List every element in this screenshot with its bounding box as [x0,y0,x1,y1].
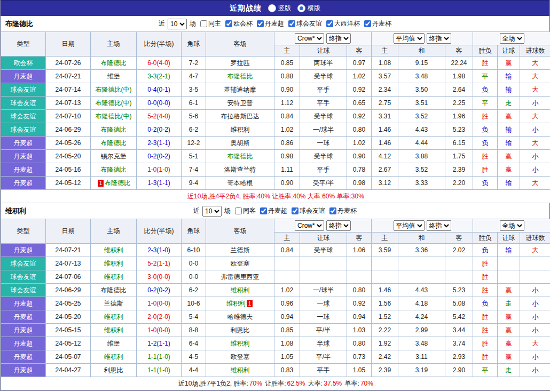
match-date: 24-07-26 [46,57,91,70]
layout-radio-vertical[interactable]: 竖版 [268,4,291,13]
team-section-2: 维积利近10场同客丹麦超球会友谊丹麦杯类型日期主场比分(半场)角球客场Crow*… [1,203,549,390]
avg-away-odds: 2.39 [445,163,473,177]
same-venue-checkbox-input[interactable] [200,20,207,27]
away-team-link[interactable]: 哈维德夫 [227,313,253,321]
league-badge: 球会友谊 [1,270,46,284]
scope-select[interactable]: 全场 [500,33,524,44]
away-team-link[interactable]: 奥胡斯 [231,139,250,147]
home-team-link[interactable]: 布隆德比(中) [96,86,132,93]
home-team-link[interactable]: 维积利 [104,246,123,254]
bookmaker-select[interactable]: Crow* [295,33,324,44]
league-filter-checkbox[interactable]: 球会友谊 [292,206,325,215]
home-team-link[interactable]: 布隆德比(中) [96,99,132,107]
asian-home-odds: 0.90 [274,177,300,190]
home-team-link[interactable]: 布隆德比 [101,59,127,67]
scope-select[interactable]: 全场 [500,220,524,231]
away-team-link[interactable]: 欧登塞 [231,260,250,267]
avg-draw-odds: 3.36 [398,244,445,257]
home-team-link[interactable]: 布隆德比(中) [96,113,132,120]
corner-score: 12-2 [182,137,206,150]
home-team-link[interactable]: 维积利 [104,313,123,321]
away-team-link[interactable]: 布拉格斯巴达 [221,113,260,120]
sub-column-header: 进球数 [520,45,550,57]
home-team-cell: 布隆德比(中) [91,83,137,97]
away-team-link[interactable]: 布隆德比 [227,73,253,80]
home-team-link[interactable]: 维积利 [104,273,123,281]
same-venue-checkbox-input[interactable] [235,207,242,214]
average-odds-select[interactable]: 平均值 [394,33,425,44]
layout-radio-horizontal[interactable]: 横版 [297,4,320,13]
home-team-link[interactable]: 维积利 [104,326,123,334]
league-filter-checkbox-input[interactable] [260,207,267,214]
league-filter-checkbox[interactable]: 丹麦杯 [329,206,357,215]
match-count-select[interactable]: 10 [202,206,222,217]
home-team-link[interactable]: 兰德斯 [104,300,123,307]
home-team-link[interactable]: 维积利 [104,260,123,267]
match-row: 球会友谊24-07-10布隆德比(中)5-2(4-0)5-6布拉格斯巴达0.84… [1,110,550,123]
away-team-link[interactable]: 欧登塞 [231,353,250,361]
col-date-header: 日期 [46,32,91,57]
same-venue-checkbox[interactable]: 同主 [200,19,221,28]
away-team-link[interactable]: 维积利 [226,300,246,307]
avg-away-odds: 1.96 [445,110,473,123]
league-filter-checkbox[interactable]: 丹麦超 [260,206,287,215]
result-goals: 小 [520,284,550,297]
home-team-link[interactable]: 利恩比 [104,366,123,374]
league-filter-checkbox-input[interactable] [364,20,371,27]
match-count-select[interactable]: 10 [168,19,187,29]
away-team-cell: 奥胡斯 [206,137,274,150]
league-filter-checkbox[interactable]: 大西洋杯 [326,19,360,28]
away-team-link[interactable]: 罗拉匹 [231,59,250,67]
score: 3-0(0-0) [137,270,182,284]
away-team-link[interactable]: 布隆德比 [227,153,253,160]
away-team-link[interactable]: 安特卫普 [227,99,253,107]
league-filter-checkbox-input[interactable] [257,20,264,27]
match-date: 24-05-12 [46,337,91,350]
europe-odds-time-select[interactable]: 终指 [427,220,451,231]
bookmaker-select[interactable]: Crow* [295,220,324,231]
match-row: 丹麦超24-05-16布隆德比1-0(1-0)7-4洛斯查兰特1.11平手0.7… [1,163,550,177]
sub-column-header: 主 [274,45,300,57]
away-team-link[interactable]: 洛斯查兰特 [224,166,256,173]
home-team-link[interactable]: 布隆德比 [101,139,127,147]
asian-odds-time-select[interactable]: 终指 [326,33,351,44]
league-filter-checkbox[interactable]: 欧会杯 [225,19,253,28]
away-team-link[interactable]: 维积利 [231,126,250,133]
home-team-link[interactable]: 锡尔克堡 [101,153,127,160]
avg-draw-odds: 3.11 [398,350,445,364]
away-team-link[interactable]: 弗雷德里西亚 [221,273,260,281]
avg-draw-odds: 3.33 [398,177,445,190]
away-team-link[interactable]: 维积利 [231,286,250,294]
home-team-link[interactable]: 布隆德比 [101,166,127,173]
league-filter-checkbox-input[interactable] [292,207,298,214]
home-team-link[interactable]: 维积利 [104,353,123,361]
result-group-header: 全场 [473,219,550,233]
away-team-link[interactable]: 维积利 [231,366,250,374]
asian-odds-time-select[interactable]: 终指 [326,220,351,231]
league-filter-checkbox-input[interactable] [329,207,336,214]
away-team-link[interactable]: 哥本哈根 [227,179,253,187]
away-team-link[interactable]: 利恩比 [231,326,250,334]
team-name: 维积利 [5,206,26,216]
result-handicap: 赢 [498,163,520,177]
home-team-link[interactable]: 维堡 [107,73,120,80]
home-team-link[interactable]: 维堡 [107,340,120,347]
match-row: 丹麦超24-05-25兰德斯1-0(0-0)10-6维积利10.96一球0.92… [1,297,550,310]
home-team-cell: 布隆德比 [91,137,137,150]
home-team-link[interactable]: 布隆德比 [105,179,130,187]
away-team-link[interactable]: 维积利 [231,340,250,347]
league-filter-checkbox[interactable]: 丹麦超 [257,19,284,28]
away-team-link[interactable]: 基辅迪纳摩 [224,86,256,93]
same-venue-checkbox[interactable]: 同客 [235,206,256,215]
league-filter-checkbox-input[interactable] [225,20,232,27]
away-team-link[interactable]: 兰德斯 [231,246,250,254]
europe-odds-time-select[interactable]: 终指 [427,33,451,44]
result-wdl: 胜 [473,150,498,163]
home-team-link[interactable]: 布隆德比 [101,286,127,294]
home-team-link[interactable]: 布隆德比 [101,126,127,133]
league-filter-checkbox-input[interactable] [288,20,295,27]
league-filter-checkbox[interactable]: 球会友谊 [288,19,322,28]
average-odds-select[interactable]: 平均值 [394,220,425,231]
league-filter-checkbox-input[interactable] [326,20,333,27]
league-filter-checkbox[interactable]: 丹麦杯 [364,19,391,28]
